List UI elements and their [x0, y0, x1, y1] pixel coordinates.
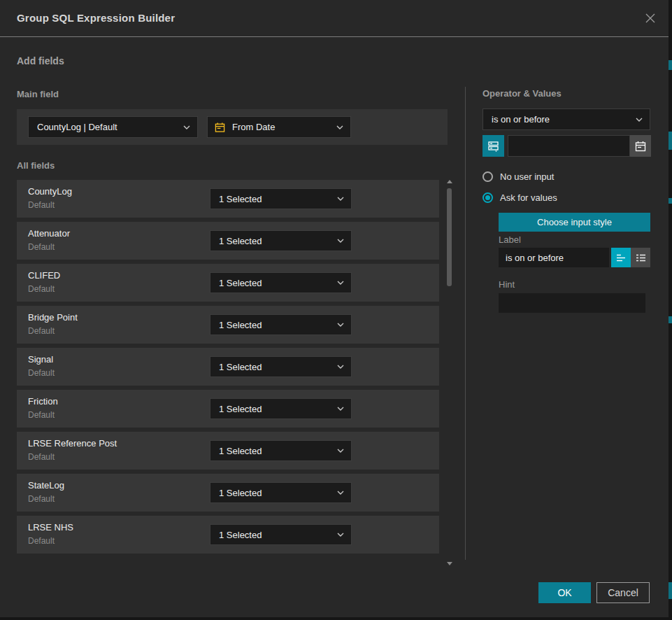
radio-no-user-input[interactable]: No user input: [482, 171, 554, 182]
chevron-down-icon: [337, 533, 344, 537]
close-button[interactable]: [642, 10, 659, 27]
background-app-fragment: [669, 316, 672, 323]
field-name: Bridge Point: [28, 312, 78, 323]
chevron-down-icon: [337, 491, 344, 495]
hint-caption: Hint: [499, 279, 515, 290]
field-selection-value: 1 Selected: [219, 362, 333, 372]
radio-selected-icon: [482, 192, 493, 203]
field-selection-dropdown[interactable]: 1 Selected: [210, 272, 352, 293]
field-selection-dropdown[interactable]: 1 Selected: [210, 356, 352, 377]
field-selection-value: 1 Selected: [219, 446, 333, 456]
main-field-bar: CountyLog | Default From Date: [17, 109, 448, 145]
field-name: CountyLog: [28, 186, 72, 197]
fields-scrollbar[interactable]: [445, 178, 454, 565]
chevron-down-icon: [337, 197, 344, 201]
value-row: [482, 135, 651, 157]
value-input[interactable]: [508, 135, 630, 157]
scrollbar-up-arrow-icon[interactable]: [447, 180, 452, 183]
calendar-icon: [635, 141, 646, 152]
chevron-down-icon: [183, 125, 190, 129]
radio-ask-for-values[interactable]: Ask for values: [482, 192, 557, 203]
input-type-button[interactable]: [482, 135, 504, 157]
chevron-down-icon: [337, 239, 344, 243]
field-selection-value: 1 Selected: [219, 278, 333, 288]
field-name: StateLog: [28, 480, 64, 491]
field-row: LRSE Reference Post Default 1 Selected: [17, 432, 439, 470]
field-subtype-label: Default: [28, 536, 55, 546]
field-row: Friction Default 1 Selected: [17, 390, 439, 428]
label-input[interactable]: [499, 248, 609, 267]
field-row: LRSE NHS Default 1 Selected: [17, 516, 439, 554]
stacked-fields-icon: [487, 140, 499, 152]
label-caption: Label: [499, 234, 521, 245]
calendar-icon: [215, 122, 225, 133]
ok-button[interactable]: OK: [538, 582, 591, 603]
background-app-fragment: [669, 582, 672, 599]
operator-values-heading: Operator & Values: [482, 88, 562, 99]
radio-ask-for-values-label: Ask for values: [500, 192, 557, 203]
field-subtype-label: Default: [28, 284, 55, 294]
panel-divider: [465, 87, 466, 560]
chevron-down-icon: [337, 407, 344, 411]
field-name: LRSE Reference Post: [28, 438, 117, 449]
chevron-down-icon: [337, 449, 344, 453]
field-selection-dropdown[interactable]: 1 Selected: [210, 524, 352, 545]
radio-unselected-icon: [482, 171, 493, 182]
field-selection-dropdown[interactable]: 1 Selected: [210, 398, 352, 419]
main-field-date-value: From Date: [232, 122, 332, 132]
scrollbar-down-arrow-icon[interactable]: [447, 562, 452, 565]
field-name: Friction: [28, 396, 58, 407]
field-subtype-label: Default: [28, 368, 55, 378]
field-selection-dropdown[interactable]: 1 Selected: [210, 314, 352, 335]
field-row: Attenuator Default 1 Selected: [17, 222, 439, 260]
field-selection-dropdown[interactable]: 1 Selected: [210, 230, 352, 251]
background-app-fragment: [669, 60, 672, 70]
field-selection-dropdown[interactable]: 1 Selected: [210, 440, 352, 461]
field-subtype-label: Default: [28, 452, 55, 462]
hint-input[interactable]: [499, 293, 645, 313]
background-app-bottom-edge: [0, 617, 672, 620]
field-selection-dropdown[interactable]: 1 Selected: [210, 188, 352, 209]
field-selection-value: 1 Selected: [219, 194, 333, 204]
chevron-down-icon: [636, 118, 643, 122]
field-row: CountyLog Default 1 Selected: [17, 180, 439, 218]
main-field-source-value: CountyLog | Default: [37, 122, 179, 132]
field-row: CLIFED Default 1 Selected: [17, 264, 439, 302]
field-subtype-label: Default: [28, 200, 55, 210]
main-field-date-dropdown[interactable]: From Date: [207, 116, 351, 138]
field-row: Bridge Point Default 1 Selected: [17, 306, 439, 344]
all-fields-heading: All fields: [17, 160, 55, 171]
operator-dropdown[interactable]: is on or before: [482, 108, 650, 130]
field-name: CLIFED: [28, 270, 60, 281]
field-selection-value: 1 Selected: [219, 236, 333, 246]
operator-value: is on or before: [492, 114, 631, 125]
close-icon: [644, 12, 657, 24]
chevron-down-icon: [336, 125, 343, 129]
field-name: LRSE NHS: [28, 522, 73, 533]
field-selection-value: 1 Selected: [219, 530, 333, 540]
field-selection-value: 1 Selected: [219, 488, 333, 498]
background-app-fragment: [669, 198, 672, 204]
chevron-down-icon: [337, 365, 344, 369]
field-subtype-label: Default: [28, 326, 55, 336]
single-line-style-button[interactable]: [611, 248, 631, 267]
background-app-edge: [669, 0, 672, 620]
field-subtype-label: Default: [28, 242, 55, 252]
list-style-button[interactable]: [631, 248, 650, 267]
radio-no-user-input-label: No user input: [500, 171, 554, 182]
field-name: Signal: [28, 354, 53, 365]
chevron-down-icon: [337, 323, 344, 327]
field-selection-value: 1 Selected: [219, 404, 333, 414]
field-subtype-label: Default: [28, 410, 55, 420]
all-fields-list: CountyLog Default 1 Selected Attenuator …: [17, 180, 439, 554]
background-app-fragment: [669, 132, 672, 150]
field-selection-dropdown[interactable]: 1 Selected: [210, 482, 352, 503]
field-subtype-label: Default: [28, 494, 55, 504]
scrollbar-thumb[interactable]: [447, 188, 452, 286]
field-row: Signal Default 1 Selected: [17, 348, 439, 386]
choose-input-style-button[interactable]: Choose input style: [499, 213, 650, 232]
date-picker-button[interactable]: [630, 135, 651, 157]
chevron-down-icon: [337, 281, 344, 285]
main-field-source-dropdown[interactable]: CountyLog | Default: [28, 116, 198, 138]
cancel-button[interactable]: Cancel: [596, 582, 650, 603]
